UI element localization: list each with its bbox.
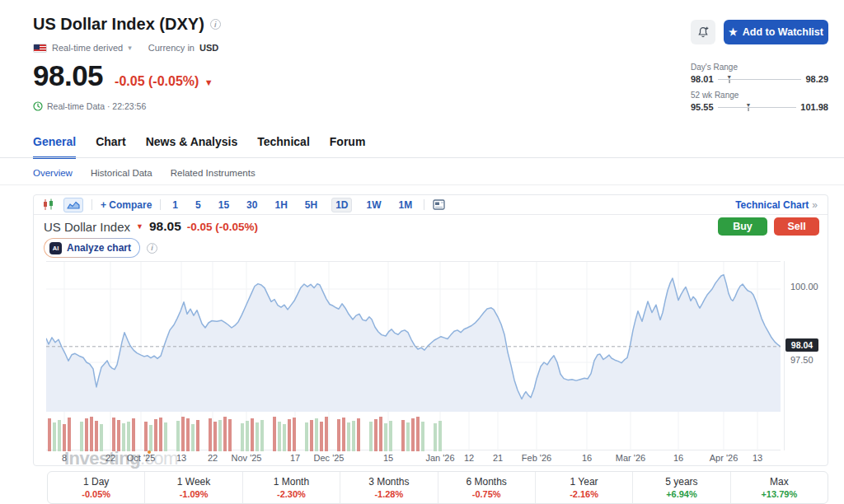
info-icon[interactable]: i — [147, 243, 157, 254]
volume-bar — [196, 420, 199, 451]
tab-news-analysis[interactable]: News & Analysis — [146, 135, 238, 159]
interval-1w[interactable]: 1W — [363, 198, 384, 212]
perf-value: -1.09% — [180, 489, 209, 499]
volume-bar — [90, 417, 93, 451]
volume-bar — [164, 422, 167, 451]
days-range-label: Day's Range — [691, 63, 828, 72]
arrow-down-icon[interactable]: ▼ — [204, 77, 213, 87]
interval-buttons: 1515301H5H1D1W1M — [169, 198, 415, 212]
perf-1-day[interactable]: 1 Day-0.05% — [48, 472, 145, 503]
volume-bar — [213, 422, 217, 451]
volume-bar — [434, 423, 437, 451]
buy-button[interactable]: Buy — [718, 217, 767, 236]
perf-value: +6.94% — [666, 489, 697, 499]
y-tick: 100.00 — [790, 282, 818, 292]
chevron-down-icon[interactable]: ▾ — [128, 44, 132, 52]
sell-button[interactable]: Sell — [774, 217, 819, 236]
chart-toolbar: + Compare 1515301H5H1D1W1M Technical Cha… — [34, 195, 828, 215]
sub-tabs: OverviewHistorical DataRelated Instrumen… — [33, 168, 256, 178]
analyze-chart-row: AI Analyze chart i — [44, 238, 157, 258]
alert-bell-button[interactable] — [691, 20, 715, 44]
volume-bar — [117, 420, 120, 451]
volume-bar — [209, 418, 212, 451]
volume-bar — [379, 417, 382, 451]
tab-forum[interactable]: Forum — [330, 135, 366, 159]
compare-button[interactable]: + Compare — [101, 199, 152, 211]
instrument-title: US Dollar Index (DXY) — [33, 15, 204, 34]
interval-1h[interactable]: 1H — [271, 198, 290, 212]
volume-bar — [144, 422, 148, 451]
technical-chart-label: Technical Chart — [735, 199, 809, 211]
realtime-derived-label[interactable]: Real-time derived — [52, 43, 123, 53]
interval-30[interactable]: 30 — [243, 198, 260, 212]
price-change-value: -0.05 (-0.05%) — [115, 74, 199, 88]
plot-right-border — [784, 261, 785, 450]
page-title: US Dollar Index (DXY) i — [33, 15, 221, 34]
interval-1[interactable]: 1 — [169, 198, 181, 212]
perf-6-months[interactable]: 6 Months-0.75% — [438, 472, 536, 503]
volume-bar — [374, 419, 377, 451]
analyze-chart-label: Analyze chart — [67, 242, 131, 254]
x-tick: 13 — [753, 453, 762, 463]
volume-bar — [68, 418, 71, 451]
volume-bar — [241, 423, 244, 451]
tab-technical[interactable]: Technical — [257, 135, 310, 159]
panel-layout-icon[interactable] — [433, 199, 445, 210]
perf-1-year[interactable]: 1 Year-2.16% — [536, 472, 633, 503]
volume-bar — [438, 421, 442, 451]
toolbar-divider — [160, 199, 161, 210]
interval-15[interactable]: 15 — [215, 198, 232, 212]
perf-label: 5 years — [665, 476, 697, 488]
x-tick: 15 — [383, 453, 393, 463]
perf-max[interactable]: Max+13.79% — [731, 472, 828, 503]
bell-plus-icon — [696, 26, 710, 39]
volume-bar — [223, 417, 227, 451]
volume-bar — [122, 423, 125, 451]
volume-bar — [320, 422, 323, 451]
analyze-chart-button[interactable]: AI Analyze chart — [44, 238, 140, 258]
tab-general[interactable]: General — [33, 135, 76, 159]
interval-5[interactable]: 5 — [192, 198, 204, 212]
perf-5-years[interactable]: 5 years+6.94% — [633, 472, 730, 503]
realtime-status: Real-time Data · 22:23:56 — [33, 101, 146, 111]
candlestick-chart-icon[interactable] — [42, 198, 55, 211]
area-chart-icon[interactable] — [63, 198, 83, 212]
subtab-related-instruments[interactable]: Related Instruments — [171, 168, 256, 178]
perf-value: +13.79% — [761, 489, 797, 499]
volume-bar — [127, 422, 130, 451]
perf-3-months[interactable]: 3 Months-1.28% — [340, 472, 438, 503]
days-range-track: ▼ — [718, 75, 802, 83]
volume-bar — [186, 418, 190, 451]
volume-bar — [251, 418, 254, 451]
volume-bar — [369, 422, 373, 451]
x-tick: Jan '26 — [425, 453, 454, 463]
subtab-overview[interactable]: Overview — [33, 168, 73, 178]
volume-bar — [85, 418, 88, 451]
volume-bar — [112, 418, 115, 451]
interval-1m[interactable]: 1M — [395, 198, 415, 212]
tab-chart[interactable]: Chart — [96, 135, 126, 159]
us-flag-icon — [33, 44, 47, 53]
perf-1-month[interactable]: 1 Month-2.30% — [243, 472, 340, 503]
interval-1d[interactable]: 1D — [331, 198, 352, 212]
volume-bar — [389, 421, 392, 451]
x-tick: Nov '25 — [232, 453, 262, 463]
main-tabs: GeneralChartNews & AnalysisTechnicalForu… — [33, 135, 365, 159]
perf-1-week[interactable]: 1 Week-1.09% — [145, 472, 242, 503]
technical-chart-link[interactable]: Technical Chart » — [735, 199, 818, 211]
y-tick: 97.50 — [790, 355, 814, 365]
volume-bar — [181, 417, 185, 451]
days-range-marker: ▼ — [726, 74, 732, 81]
interval-5h[interactable]: 5H — [302, 198, 321, 212]
add-to-watchlist-button[interactable]: ★ Add to Watchlist — [724, 20, 828, 44]
price-chart-plot[interactable]: Investing.com — [46, 261, 781, 450]
volume-bar — [154, 419, 157, 451]
x-tick: Oct '25 — [127, 453, 156, 463]
52wk-range-label: 52 wk Range — [691, 91, 828, 100]
subtab-historical-data[interactable]: Historical Data — [91, 168, 152, 178]
volume-bar — [132, 418, 135, 451]
info-icon[interactable]: i — [210, 19, 221, 30]
x-tick: Apr '26 — [710, 453, 738, 463]
volume-bar — [283, 424, 286, 451]
ai-icon: AI — [49, 242, 62, 254]
